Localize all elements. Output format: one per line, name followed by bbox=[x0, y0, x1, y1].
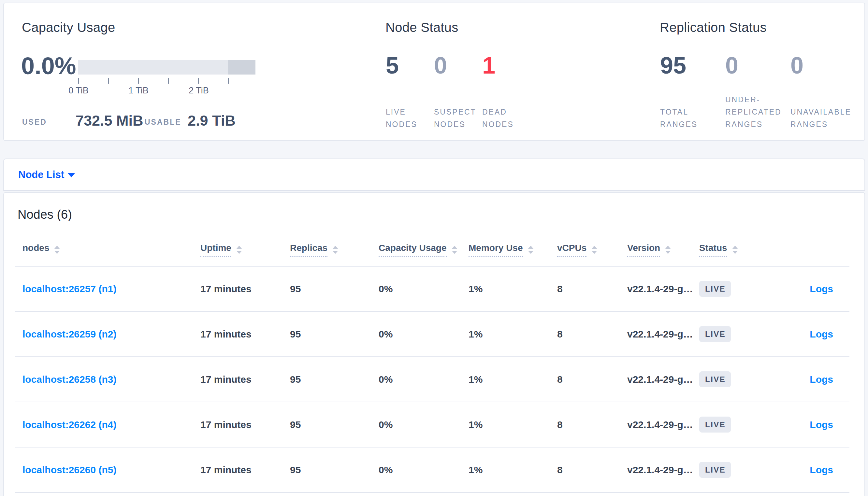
cell-capacity: 0% bbox=[379, 464, 468, 476]
column-header-uptime[interactable]: Uptime bbox=[200, 243, 290, 257]
cell-value: 17 minutes bbox=[200, 283, 252, 295]
nodes-card: Nodes (6) nodesUptimeReplicasCapacity Us… bbox=[3, 192, 865, 496]
column-header-status[interactable]: Status bbox=[699, 243, 764, 257]
cell-value: 0% bbox=[379, 464, 393, 476]
cell-value: 95 bbox=[290, 283, 301, 295]
cell-replicas: 95 bbox=[290, 419, 379, 430]
usable-label: USABLE bbox=[145, 118, 181, 129]
cell-status: LIVE bbox=[699, 281, 764, 297]
metric-label: TOTAL RANGES bbox=[660, 106, 725, 130]
sort-icon[interactable] bbox=[592, 246, 597, 254]
cell-uptime: 17 minutes bbox=[200, 329, 290, 340]
logs-link[interactable]: Logs bbox=[810, 329, 833, 340]
cell-uptime: 17 minutes bbox=[200, 374, 290, 385]
node-address-link[interactable]: localhost:26258 (n3) bbox=[23, 374, 116, 385]
column-header-memory[interactable]: Memory Use bbox=[468, 243, 557, 257]
logs-link[interactable]: Logs bbox=[810, 419, 833, 430]
cell-version: v22.1.4-29-g… bbox=[627, 374, 699, 385]
node-table-row: localhost:26260 (n5)17 minutes950%1%8v22… bbox=[15, 448, 850, 493]
cell-capacity: 0% bbox=[379, 419, 468, 430]
cell-value: v22.1.4-29-g… bbox=[627, 419, 693, 430]
replication-metric-labels: TOTAL RANGESUNDER- REPLICATED RANGESUNAV… bbox=[660, 93, 856, 130]
node-address-link[interactable]: localhost:26260 (n5) bbox=[23, 464, 116, 476]
cell-memory: 1% bbox=[468, 419, 557, 430]
cell-value: 8 bbox=[557, 329, 563, 340]
nodes-table-body: localhost:26257 (n1)17 minutes950%1%8v22… bbox=[15, 266, 850, 493]
cell-version: v22.1.4-29-g… bbox=[627, 283, 699, 295]
metric-value: 1 bbox=[482, 52, 530, 79]
cell-value: 17 minutes bbox=[200, 419, 252, 430]
sort-icon[interactable] bbox=[333, 246, 338, 254]
replication-metrics: 9500 bbox=[660, 52, 856, 79]
sort-icon[interactable] bbox=[55, 246, 60, 254]
capacity-bar-end-segment bbox=[228, 60, 255, 75]
node-table-row: localhost:26259 (n2)17 minutes950%1%8v22… bbox=[15, 312, 850, 357]
cell-value: 95 bbox=[290, 374, 301, 385]
node-address-link[interactable]: localhost:26259 (n2) bbox=[23, 329, 116, 340]
cell-value: 0% bbox=[379, 329, 393, 340]
cell-value: 1% bbox=[468, 464, 482, 476]
column-header-version[interactable]: Version bbox=[627, 243, 699, 257]
column-header-replicas[interactable]: Replicas bbox=[290, 243, 379, 257]
sort-icon[interactable] bbox=[665, 246, 671, 254]
column-label: Memory Use bbox=[468, 243, 523, 257]
nodes-table-header: nodesUptimeReplicasCapacity UsageMemory … bbox=[15, 233, 850, 266]
capacity-bar-chart: 0 TiB 1 TiB 2 TiB bbox=[78, 60, 255, 97]
cell-memory: 1% bbox=[468, 464, 557, 476]
cell-replicas: 95 bbox=[290, 329, 379, 340]
sort-icon[interactable] bbox=[528, 246, 533, 254]
column-header-vcpus[interactable]: vCPUs bbox=[557, 243, 627, 257]
metric-label: DEAD NODES bbox=[482, 106, 530, 130]
cell-memory: 1% bbox=[468, 329, 557, 340]
cell-address: localhost:26259 (n2) bbox=[15, 329, 200, 340]
node-status-title: Node Status bbox=[386, 20, 458, 35]
cell-uptime: 17 minutes bbox=[200, 464, 290, 476]
logs-link[interactable]: Logs bbox=[810, 283, 833, 295]
cell-value: v22.1.4-29-g… bbox=[627, 464, 693, 476]
cell-logs: Logs bbox=[764, 329, 850, 340]
metric-label: SUSPECT NODES bbox=[434, 106, 482, 130]
cell-status: LIVE bbox=[699, 462, 764, 478]
capacity-usage-panel: Capacity Usage 0.0% 0 TiB 1 TiB 2 TiB US… bbox=[18, 3, 377, 140]
metric-label: UNAVAILABLE RANGES bbox=[791, 106, 856, 130]
column-label: nodes bbox=[23, 243, 49, 257]
chevron-down-icon[interactable] bbox=[68, 173, 75, 177]
cell-value: 1% bbox=[468, 374, 482, 385]
cell-vcpus: 8 bbox=[557, 283, 627, 295]
cell-value: 8 bbox=[557, 374, 563, 385]
metric-label: LIVE NODES bbox=[386, 106, 434, 130]
cell-version: v22.1.4-29-g… bbox=[627, 464, 699, 476]
column-label: vCPUs bbox=[557, 243, 586, 257]
cell-vcpus: 8 bbox=[557, 329, 627, 340]
sort-icon[interactable] bbox=[237, 246, 242, 254]
node-status-metrics: 501 bbox=[386, 52, 530, 79]
cell-address: localhost:26258 (n3) bbox=[15, 374, 200, 385]
sort-icon[interactable] bbox=[732, 246, 738, 254]
tick-label: 2 TiB bbox=[189, 86, 209, 96]
column-header-address[interactable]: nodes bbox=[15, 243, 200, 257]
cell-value: 17 minutes bbox=[200, 329, 252, 340]
cell-value: 95 bbox=[290, 329, 301, 340]
cell-value: 8 bbox=[557, 283, 563, 295]
cell-value: 1% bbox=[468, 419, 482, 430]
logs-link[interactable]: Logs bbox=[810, 464, 833, 476]
tick-label: 0 TiB bbox=[69, 86, 89, 96]
cell-capacity: 0% bbox=[379, 283, 468, 295]
cell-version: v22.1.4-29-g… bbox=[627, 419, 699, 430]
node-address-link[interactable]: localhost:26262 (n4) bbox=[23, 419, 116, 430]
column-header-capacity[interactable]: Capacity Usage bbox=[379, 243, 468, 257]
cell-value: v22.1.4-29-g… bbox=[627, 329, 693, 340]
logs-link[interactable]: Logs bbox=[810, 374, 833, 385]
cell-value: 17 minutes bbox=[200, 374, 252, 385]
column-label: Version bbox=[627, 243, 660, 257]
column-label: Capacity Usage bbox=[379, 243, 447, 257]
column-header-logs bbox=[764, 248, 850, 252]
cell-logs: Logs bbox=[764, 374, 850, 385]
cell-value: 1% bbox=[468, 283, 482, 295]
node-address-link[interactable]: localhost:26257 (n1) bbox=[23, 283, 116, 295]
sort-icon[interactable] bbox=[452, 246, 457, 254]
capacity-bar bbox=[78, 60, 255, 75]
status-badge: LIVE bbox=[699, 281, 731, 297]
node-list-dropdown[interactable]: Node List bbox=[18, 159, 64, 190]
cell-value: 17 minutes bbox=[200, 464, 252, 476]
